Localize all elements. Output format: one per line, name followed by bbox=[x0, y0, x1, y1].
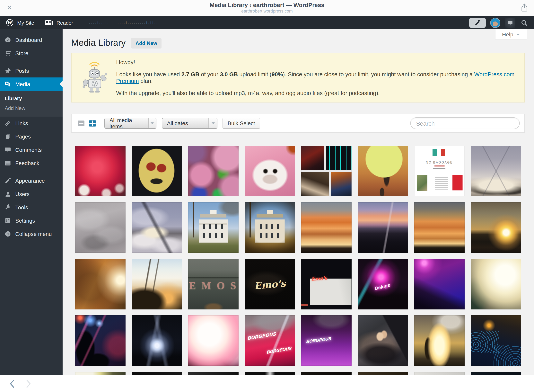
help-dropdown[interactable]: Help bbox=[495, 29, 527, 40]
my-site-button[interactable]: W My Site bbox=[0, 16, 40, 29]
media-item[interactable] bbox=[245, 146, 295, 196]
media-item[interactable] bbox=[471, 202, 521, 253]
media-item[interactable] bbox=[75, 372, 125, 375]
media-item[interactable] bbox=[414, 259, 464, 309]
media-item[interactable] bbox=[358, 146, 408, 196]
media-item[interactable] bbox=[188, 372, 239, 375]
media-item[interactable] bbox=[471, 259, 521, 309]
media-item[interactable] bbox=[414, 372, 464, 375]
media-item[interactable] bbox=[358, 315, 408, 366]
media-item-text: BORGEOUS bbox=[248, 331, 276, 341]
sidebar-item-label: Users bbox=[15, 191, 29, 197]
media-item-text: Emo's bbox=[311, 275, 327, 282]
notice-greeting: Howdy! bbox=[116, 59, 525, 65]
media-item[interactable] bbox=[132, 372, 182, 375]
sidebar-item-users[interactable]: Users bbox=[0, 187, 63, 201]
media-item[interactable] bbox=[188, 202, 239, 253]
pages-icon bbox=[4, 133, 11, 140]
page-window-title: Media Library ‹ earthrobert — WordPress bbox=[0, 2, 534, 9]
media-item[interactable] bbox=[188, 146, 239, 196]
wordpress-logo-icon: W bbox=[5, 18, 14, 27]
robot-illustration bbox=[79, 61, 109, 94]
avatar[interactable] bbox=[491, 18, 500, 27]
sidebar-item-appearance[interactable]: Appearance bbox=[0, 174, 63, 187]
media-item[interactable] bbox=[132, 259, 182, 309]
notifications-bubble-icon bbox=[507, 19, 513, 26]
media-item[interactable] bbox=[471, 146, 521, 196]
media-item[interactable] bbox=[471, 372, 521, 375]
site-url: earthrobert.wordpress.com bbox=[0, 9, 534, 14]
chevron-down-icon bbox=[516, 33, 520, 37]
sidebar-item-label: Settings bbox=[15, 218, 35, 224]
media-item[interactable] bbox=[75, 202, 125, 253]
media-item-text: Deluge bbox=[374, 282, 391, 291]
sidebar-item-links[interactable]: Links bbox=[0, 117, 63, 130]
sidebar-item-dashboard[interactable]: Dashboard bbox=[0, 33, 63, 47]
media-item[interactable] bbox=[75, 259, 125, 309]
media-item[interactable]: NO BAGGAGE bbox=[414, 146, 464, 196]
media-item[interactable]: BORGEOUSBORGEOUS bbox=[245, 315, 295, 366]
media-item[interactable] bbox=[358, 202, 408, 253]
media-search-input[interactable] bbox=[410, 117, 520, 129]
sidebar-item-label: Comments bbox=[15, 147, 42, 153]
media-item[interactable] bbox=[301, 202, 352, 253]
media-item[interactable] bbox=[188, 315, 239, 366]
media-item[interactable] bbox=[414, 202, 464, 253]
media-item[interactable] bbox=[301, 372, 352, 375]
media-item[interactable] bbox=[75, 315, 125, 366]
stats-sparkline: ....|...|.||......|.........|.||...... bbox=[89, 21, 166, 24]
sidebar-item-store[interactable]: Store bbox=[0, 47, 63, 60]
sidebar-item-tools[interactable]: Tools bbox=[0, 201, 63, 214]
active-item-arrow bbox=[56, 81, 63, 87]
new-post-pencil-icon bbox=[474, 19, 481, 26]
media-item[interactable] bbox=[245, 202, 295, 253]
media-item[interactable] bbox=[358, 372, 408, 375]
sidebar-item-pages[interactable]: Pages bbox=[0, 130, 63, 143]
sidebar-separator bbox=[0, 170, 63, 174]
media-item[interactable] bbox=[132, 202, 182, 253]
grid-view-icon bbox=[88, 119, 96, 127]
grid-view-button[interactable] bbox=[88, 119, 97, 128]
media-item[interactable]: Emo's bbox=[245, 259, 295, 309]
new-post-button[interactable] bbox=[469, 18, 486, 28]
main-content: Help Media Library Add New bbox=[63, 29, 534, 375]
notice-text: Howdy! Looks like you have used 2.7 GB o… bbox=[116, 59, 525, 96]
media-item[interactable] bbox=[132, 315, 182, 366]
media-item[interactable] bbox=[301, 146, 352, 196]
search-icon[interactable] bbox=[520, 19, 528, 26]
sidebar-item-comments[interactable]: Comments bbox=[0, 143, 63, 156]
media-item[interactable]: BORGEOUS bbox=[301, 315, 352, 366]
sidebar-item-label: Collapse menu bbox=[15, 231, 52, 237]
media-item[interactable]: E M O S bbox=[188, 259, 239, 309]
dropdown-caret-icon bbox=[148, 118, 156, 128]
media-item[interactable] bbox=[75, 146, 125, 196]
nav-forward-button[interactable] bbox=[26, 379, 31, 388]
media-item[interactable] bbox=[245, 372, 295, 375]
reader-button[interactable]: Reader bbox=[40, 16, 79, 29]
notice-usage: Looks like you have used 2.7 GB of your … bbox=[116, 71, 525, 84]
media-item[interactable] bbox=[471, 315, 521, 366]
submenu-item-library[interactable]: Library bbox=[0, 93, 63, 103]
media-item[interactable]: Emo's bbox=[301, 259, 352, 309]
sidebar-item-media[interactable]: Media bbox=[0, 77, 63, 91]
media-item[interactable] bbox=[132, 146, 182, 196]
share-icon[interactable] bbox=[520, 3, 529, 13]
list-view-button[interactable] bbox=[76, 119, 86, 128]
media-type-filter-value: All media items bbox=[105, 118, 148, 128]
media-type-filter[interactable]: All media items bbox=[104, 118, 156, 129]
sidebar-item-collapse-menu[interactable]: Collapse menu bbox=[0, 227, 63, 241]
media-item[interactable]: Deluge bbox=[358, 259, 408, 309]
date-filter[interactable]: All dates bbox=[162, 118, 218, 129]
notifications-button[interactable] bbox=[505, 17, 515, 28]
sidebar-item-settings[interactable]: Settings bbox=[0, 214, 63, 227]
bulk-select-button[interactable]: Bulk Select bbox=[223, 118, 260, 129]
media-grid: NO BAGGAGEE M O SEmo'sEmo'sDelugeBORGEOU… bbox=[75, 146, 534, 375]
comment-bubble-icon bbox=[4, 146, 11, 153]
sidebar-item-posts[interactable]: Posts bbox=[0, 64, 63, 77]
submenu-item-add-new[interactable]: Add New bbox=[0, 103, 63, 113]
media-item[interactable] bbox=[414, 315, 464, 366]
nav-back-button[interactable] bbox=[9, 379, 14, 388]
sidebar-item-feedback[interactable]: Feedback bbox=[0, 156, 63, 170]
sidebar-item-label: Links bbox=[15, 120, 28, 126]
add-new-button[interactable]: Add New bbox=[131, 38, 162, 48]
